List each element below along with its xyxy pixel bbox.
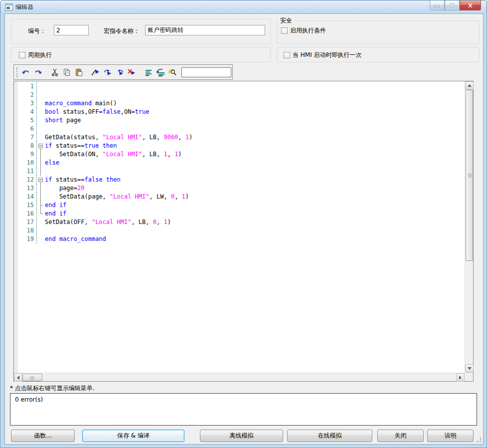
line-number[interactable]: 8 <box>18 142 37 150</box>
line-number[interactable]: 17 <box>18 218 37 226</box>
periodic-checkbox[interactable]: 周期执行 <box>19 51 270 59</box>
line-number[interactable]: 12 <box>18 176 37 184</box>
code-line[interactable]: 18 <box>14 226 465 235</box>
code-text[interactable]: page=20 <box>45 184 84 193</box>
code-line[interactable]: 13 page=20 <box>14 184 465 193</box>
paste-button[interactable] <box>73 66 85 78</box>
outdent-button[interactable] <box>155 66 166 78</box>
scroll-down-button[interactable] <box>465 364 474 373</box>
code-text[interactable]: SetData(ON, "Local HMI", LB, 1, 1) <box>45 150 182 159</box>
code-text[interactable]: macro_command main() <box>45 99 117 108</box>
code-line[interactable]: 17SetData(OFF, "Local HMI", LB, 0, 1) <box>14 218 465 226</box>
minimize-button[interactable] <box>430 0 445 10</box>
bookmark-clear-button[interactable] <box>126 66 138 78</box>
code-text[interactable]: else <box>45 159 59 167</box>
code-line[interactable]: 2 <box>14 91 465 99</box>
titlebar[interactable]: 编辑器 <box>0 0 487 13</box>
code-line[interactable]: 4bool status,OFF=false,ON=true <box>14 108 465 116</box>
code-text[interactable]: if status==false then <box>45 176 121 184</box>
undo-button[interactable] <box>20 66 32 78</box>
code-text[interactable]: if status==true then <box>45 142 117 150</box>
redo-button[interactable] <box>32 66 44 78</box>
fold-minus-box[interactable] <box>38 144 43 148</box>
code-line[interactable]: 19end macro_command <box>14 235 465 243</box>
code-text[interactable]: bool status,OFF=false,ON=true <box>45 108 150 116</box>
fold-collapse-icon[interactable] <box>37 176 45 184</box>
close-dialog-button[interactable]: 关闭 <box>377 430 424 442</box>
code-editor[interactable]: 123macro_command main()4bool status,OFF=… <box>13 81 474 382</box>
toolbar-gripper[interactable] <box>16 67 17 77</box>
code-text[interactable]: end macro_command <box>45 235 106 243</box>
code-area[interactable]: 123macro_command main()4bool status,OFF=… <box>14 81 465 373</box>
line-number[interactable]: 3 <box>18 99 37 108</box>
horizontal-scroll-thumb[interactable] <box>22 374 42 381</box>
fold-minus-box[interactable] <box>38 178 43 182</box>
line-number[interactable]: 11 <box>18 167 37 176</box>
code-line[interactable]: 10else <box>14 159 465 167</box>
macro-name-field[interactable] <box>145 25 265 35</box>
checkbox-icon[interactable] <box>19 52 25 58</box>
code-line[interactable]: 3macro_command main() <box>14 99 465 108</box>
line-number[interactable]: 9 <box>18 150 37 159</box>
code-line[interactable]: 15end if <box>14 201 465 210</box>
enable-condition-checkbox[interactable]: 启用执行条件 <box>281 26 479 35</box>
cut-button[interactable] <box>49 66 61 78</box>
maximize-button[interactable] <box>445 0 460 10</box>
code-line[interactable]: 16end if <box>14 210 465 218</box>
code-text[interactable]: short page <box>45 116 81 125</box>
code-line[interactable]: 5short page <box>14 116 465 125</box>
bookmark-toggle-button[interactable] <box>90 66 102 78</box>
horizontal-scrollbar[interactable] <box>14 373 465 381</box>
code-text[interactable]: SetData(OFF, "Local HMI", LB, 0, 1) <box>45 218 171 226</box>
toolbar-search-input[interactable] <box>181 67 231 77</box>
code-line[interactable]: 7GetData(status, "Local HMI", LB, 9060, … <box>14 133 465 142</box>
macro-id-field[interactable] <box>54 25 89 35</box>
find-replace-button[interactable] <box>166 66 178 78</box>
line-number[interactable]: 10 <box>18 159 37 167</box>
line-number[interactable]: 19 <box>18 235 37 243</box>
close-button[interactable] <box>460 0 481 10</box>
offline-sim-button[interactable]: 离线模拟 <box>200 430 283 442</box>
vertical-scroll-thumb[interactable] <box>466 90 473 261</box>
code-text[interactable]: SetData(page, "Local HMI", LW, 0, 1) <box>45 193 189 201</box>
line-number[interactable]: 5 <box>18 116 37 125</box>
code-line[interactable]: 8if status==true then <box>14 142 465 150</box>
bookmark-prev-button[interactable] <box>114 66 126 78</box>
line-number[interactable]: 13 <box>18 184 37 193</box>
scroll-up-button[interactable] <box>465 81 474 90</box>
indent-button[interactable] <box>143 66 155 78</box>
arrow-up-icon <box>468 84 472 87</box>
vertical-scrollbar[interactable] <box>465 81 473 373</box>
checkbox-icon[interactable] <box>281 27 288 34</box>
code-line[interactable]: 12if status==false then <box>14 176 465 184</box>
code-line[interactable]: 1 <box>14 82 465 91</box>
line-number[interactable]: 14 <box>18 193 37 201</box>
online-sim-button[interactable]: 在线模拟 <box>287 430 372 442</box>
help-button[interactable]: 说明 <box>427 430 474 442</box>
scroll-right-button[interactable] <box>456 373 465 382</box>
line-number[interactable]: 1 <box>18 82 37 91</box>
startup-checkbox[interactable]: 当 HMI 启动时即执行一次 <box>284 51 479 59</box>
code-line[interactable]: 9 SetData(ON, "Local HMI", LB, 1, 1) <box>14 150 465 159</box>
line-number[interactable]: 18 <box>18 226 37 235</box>
line-number[interactable]: 15 <box>18 201 37 210</box>
save-compile-button[interactable]: 保存 & 编译 <box>82 430 184 442</box>
line-number[interactable]: 6 <box>18 125 37 133</box>
code-text[interactable]: end if <box>45 201 66 210</box>
line-number[interactable]: 16 <box>18 210 37 218</box>
scroll-left-button[interactable] <box>14 373 22 382</box>
code-text[interactable]: GetData(status, "Local HMI", LB, 9060, 1… <box>45 133 192 142</box>
bookmark-next-button[interactable] <box>102 66 114 78</box>
line-number[interactable]: 2 <box>18 91 37 99</box>
copy-button[interactable] <box>61 66 73 78</box>
fold-collapse-icon[interactable] <box>37 142 45 150</box>
code-line[interactable]: 14 SetData(page, "Local HMI", LW, 0, 1) <box>14 193 465 201</box>
code-text[interactable]: end if <box>45 210 66 218</box>
code-line[interactable]: 6 <box>14 125 465 133</box>
line-number[interactable]: 7 <box>18 133 37 142</box>
checkbox-icon[interactable] <box>284 52 290 58</box>
resize-grip[interactable] <box>476 437 482 443</box>
code-line[interactable]: 11 <box>14 167 465 176</box>
line-number[interactable]: 4 <box>18 108 37 116</box>
functions-button[interactable]: 函数... <box>11 430 75 442</box>
